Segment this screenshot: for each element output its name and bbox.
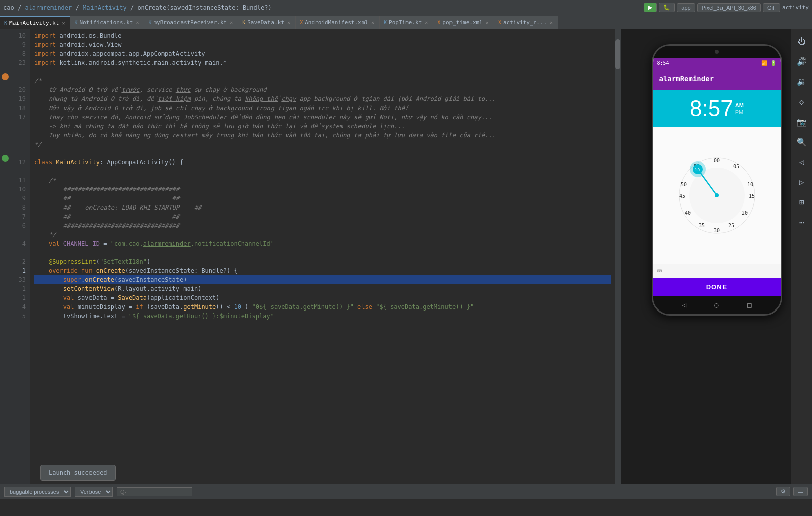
code-line: từ Android O trở về trước, service thực …: [34, 85, 611, 94]
code-line: ################################: [34, 185, 611, 194]
log-clear-button[interactable]: —: [793, 487, 808, 496]
home-button[interactable]: ○: [714, 301, 718, 309]
code-line: @SuppressLint("SetTextI18n"): [34, 257, 611, 266]
tab-close-manifest[interactable]: ✕: [370, 20, 375, 25]
tab-close-mybroadcast[interactable]: ✕: [229, 20, 234, 25]
more-button[interactable]: ⋯: [795, 215, 809, 229]
log-toolbar: buggable processes Verbose ⚙ —: [0, 484, 812, 499]
log-level-selector[interactable]: Verbose: [75, 487, 113, 497]
svg-text:20: 20: [741, 210, 747, 216]
svg-text:55: 55: [695, 167, 700, 172]
fullscreen-button[interactable]: ⊞: [795, 195, 809, 209]
svg-text:40: 40: [684, 210, 690, 216]
back-nav-button[interactable]: ◁: [795, 155, 809, 169]
code-line: Bởi vậy ở Android O trở đi, job sẽ chỉ c…: [34, 104, 611, 113]
run-button[interactable]: ▶: [644, 3, 657, 12]
process-selector[interactable]: buggable processes: [4, 487, 71, 497]
code-line: ## ##: [34, 212, 611, 221]
tab-close-savedata[interactable]: ✕: [286, 20, 291, 25]
svg-text:00: 00: [713, 158, 719, 163]
code-content[interactable]: import android.os.Bundle import android.…: [30, 29, 615, 484]
tab-notifications[interactable]: K Notifications.kt ✕: [70, 16, 144, 29]
clock-face[interactable]: 00 05 10 15 20 25 30 35 40 45 50: [677, 155, 757, 236]
activity-label: activity: [782, 4, 809, 11]
app-title: alarmReminder: [659, 75, 714, 83]
tabs-bar: K MainActivity.kt ✕ K Notifications.kt ✕…: [0, 15, 812, 29]
tab-close-poptime-xml[interactable]: ✕: [485, 20, 490, 25]
gutter-breakpoint: [2, 155, 9, 162]
code-line-highlighted: super.onCreate(savedInstanceState): [34, 275, 611, 284]
forward-nav-button[interactable]: ▷: [795, 175, 809, 189]
volume-down-button[interactable]: 🔉: [795, 74, 809, 88]
clock-time: 8:57: [690, 96, 733, 121]
git-button[interactable]: Git:: [763, 3, 780, 12]
code-line: */: [34, 140, 611, 149]
phone-status-bar: 8:54 📶 🔋: [653, 58, 781, 68]
line-numbers: 10 9 8 23 20 19 18 17 12 11 10 9 8 7 6 4: [10, 29, 30, 484]
code-line: class MainActivity: AppCompatActivity() …: [34, 158, 611, 167]
code-line: override fun onCreate(savedInstanceState…: [34, 266, 611, 275]
svg-text:30: 30: [713, 228, 719, 233]
tab-close-poptime[interactable]: ✕: [424, 20, 429, 25]
code-line: thay cho service đó, Android sử dụng Job…: [34, 113, 611, 122]
volume-up-button[interactable]: 🔊: [795, 54, 809, 68]
tab-close-notifications[interactable]: ✕: [135, 20, 140, 25]
code-line: import androidx.appcompat.app.AppCompatA…: [34, 49, 611, 58]
code-line: ## ##: [34, 194, 611, 203]
code-line: tvShowTime.text = "${ saveData.getHour()…: [34, 312, 611, 321]
screenshot-button[interactable]: 📷: [795, 115, 809, 129]
tab-pop-time-xml[interactable]: X pop_time.xml ✕: [433, 16, 494, 29]
phone-wrapper: 8:54 📶 🔋 alarmReminder 8:57 AM: [652, 44, 782, 316]
phone-screen: 8:54 📶 🔋 alarmReminder 8:57 AM: [653, 58, 781, 296]
code-line: */: [34, 230, 611, 239]
svg-text:15: 15: [748, 193, 754, 199]
debug-button[interactable]: 🐛: [659, 3, 675, 12]
code-line: val minuteDisplay = if (saveData.getMinu…: [34, 302, 611, 312]
svg-text:25: 25: [728, 223, 734, 228]
rotate-button[interactable]: ◇: [795, 94, 809, 109]
code-line: [34, 167, 611, 176]
tab-close-activity-r[interactable]: ✕: [549, 20, 554, 25]
code-line: val CHANNEL_ID = "com.cao.alarmreminder.…: [34, 239, 611, 248]
log-toolbar-right: ⚙ —: [776, 487, 808, 496]
code-line: import android.view.View: [34, 40, 611, 49]
log-search-input[interactable]: [117, 487, 192, 496]
tab-savedata[interactable]: K SaveData.kt ✕: [238, 16, 296, 29]
tab-activity-r[interactable]: X activity_r... ✕: [494, 16, 558, 29]
code-line: [34, 149, 611, 158]
breadcrumb: cao / alarmreminder / MainActivity / onC…: [3, 4, 272, 11]
scroll-thumb[interactable]: [615, 39, 620, 69]
clock-face-container: 00 05 10 15 20 25 30 35 40 45 50: [653, 127, 781, 264]
tab-mybroadcast[interactable]: K myBroadcastReceiver.kt ✕: [144, 16, 238, 29]
gutter-warning: [2, 73, 9, 80]
recents-button[interactable]: □: [747, 301, 751, 309]
code-line: import android.os.Bundle: [34, 31, 611, 40]
tab-mainactivity[interactable]: K MainActivity.kt ✕: [0, 16, 70, 29]
log-settings-button[interactable]: ⚙: [776, 487, 790, 496]
code-gutter: [0, 29, 10, 484]
pm-button[interactable]: PM: [735, 109, 744, 115]
code-line: setContentView(R.layout.activity_main): [34, 284, 611, 293]
toolbar-right: ▶ 🐛 app Pixel_3a_API_30_x86 Git: activit…: [644, 3, 809, 12]
tab-poptime[interactable]: K PopTime.kt ✕: [380, 16, 433, 29]
svg-text:35: 35: [698, 223, 704, 228]
app-selector[interactable]: app: [677, 3, 695, 12]
code-line: ## onCreate: LOAD KHI STARTUP ##: [34, 203, 611, 212]
emulator-panel: 8:54 📶 🔋 alarmReminder 8:57 AM: [621, 29, 812, 484]
clock-ampm: AM PM: [735, 102, 744, 115]
code-scrollbar[interactable]: [615, 29, 621, 484]
am-button[interactable]: AM: [735, 102, 744, 108]
power-button[interactable]: ⏻: [795, 34, 809, 48]
phone-nav-bar: ◁ ○ □: [653, 296, 781, 314]
phone-device: 8:54 📶 🔋 alarmReminder 8:57 AM: [652, 44, 782, 316]
tab-androidmanifest[interactable]: X AndroidManifest.xml ✕: [296, 16, 380, 29]
code-line: import kotlinx.android.synthetic.main.ac…: [34, 58, 611, 67]
phone-notch: [653, 46, 781, 58]
device-selector[interactable]: Pixel_3a_API_30_x86: [697, 3, 761, 12]
zoom-button[interactable]: 🔍: [795, 135, 809, 149]
back-button[interactable]: ◁: [682, 301, 686, 309]
done-button[interactable]: DONE: [653, 278, 781, 296]
tab-close-mainactivity[interactable]: ✕: [61, 20, 66, 26]
keyboard-icon[interactable]: ⌨: [657, 266, 662, 276]
top-bar: cao / alarmreminder / MainActivity / onC…: [0, 0, 812, 15]
